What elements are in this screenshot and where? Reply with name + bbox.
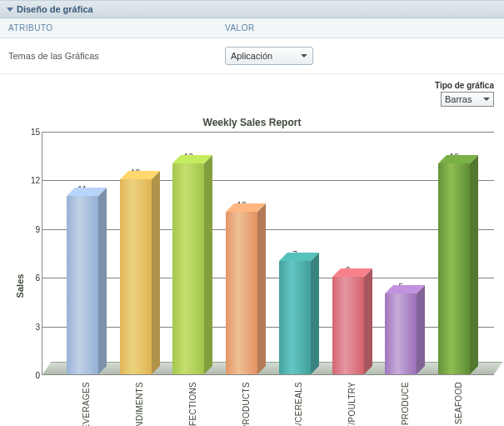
x-tick-label: SEAFOOD [454, 382, 463, 424]
bar-side [152, 171, 160, 374]
bar-side [204, 155, 212, 374]
column-header-row: ATRIBUTO VALOR [0, 18, 504, 38]
x-label-column: BEVERAGES [55, 377, 108, 426]
theme-label: Temas de las Gráficas [8, 51, 225, 61]
bar-side [470, 155, 478, 374]
bar-front [332, 277, 364, 374]
chart-type-select[interactable]: Barras [441, 92, 494, 107]
y-tick: 15 [25, 128, 40, 137]
x-tick-label: PRODUCE [401, 382, 410, 425]
chart-type-row: Tipo de gráfica Barras [0, 74, 504, 108]
x-label-column: PRODUCE [374, 377, 427, 426]
chart-area: Weekly Sales Report Sales 1112131076513 … [0, 117, 504, 426]
bar-side [417, 285, 425, 374]
bar-column: 13 [162, 132, 216, 374]
bar-side [364, 268, 372, 374]
col-value-header: VALOR [225, 23, 496, 33]
panel-title: Diseño de gráfica [17, 4, 93, 14]
x-label-column: MEAT/POULTRY [321, 377, 374, 426]
bar[interactable] [226, 212, 257, 374]
bar[interactable] [172, 163, 204, 374]
bar[interactable] [279, 261, 311, 374]
bar-side [257, 203, 266, 374]
bar-column: 6 [322, 132, 375, 374]
chart-type-value: Barras [445, 94, 472, 104]
chart-canvas: Sales 1112131076513 BEVERAGESCONDIMENTSC… [5, 132, 499, 426]
bar-front [385, 293, 417, 374]
design-panel: Diseño de gráfica ATRIBUTO VALOR Temas d… [0, 0, 504, 426]
bar-front [438, 163, 470, 374]
y-axis-label: Sales [15, 274, 25, 298]
x-label-column: CONDIMENTS [108, 377, 162, 426]
y-tick: 12 [25, 176, 40, 185]
bar[interactable] [67, 196, 98, 374]
panel-header[interactable]: Diseño de gráfica [0, 0, 504, 18]
x-label-column: CONFECTIONS [162, 377, 215, 426]
bar-column: 5 [375, 132, 428, 374]
x-label-column: SEAFOOD [427, 377, 481, 426]
x-label-column: RAINS/CEREALS [268, 377, 322, 426]
chart-type-label: Tipo de gráfica [435, 81, 494, 90]
chart-title: Weekly Sales Report [5, 117, 499, 128]
x-tick-label: MEAT/POULTRY [347, 382, 357, 426]
bar-column: 10 [215, 132, 268, 374]
chevron-down-icon [483, 98, 490, 101]
bars-container: 1112131076513 [42, 132, 494, 374]
bar[interactable] [332, 277, 364, 374]
bar[interactable] [438, 163, 470, 374]
bar[interactable] [120, 179, 152, 374]
chevron-down-icon [301, 54, 307, 58]
collapse-icon [7, 8, 13, 12]
bar-column: 11 [56, 132, 109, 374]
bar-column: 12 [109, 132, 162, 374]
y-tick: 3 [25, 322, 40, 331]
x-tick-label: RAINS/CEREALS [294, 382, 303, 426]
y-tick: 9 [25, 224, 40, 233]
bar-front [279, 261, 311, 374]
plot-area: 1112131076513 [42, 132, 494, 375]
theme-row: Temas de las Gráficas Aplicación [0, 38, 504, 74]
x-tick-label: CONFECTIONS [188, 382, 197, 426]
x-label-column: IRY PRODUCTS [215, 377, 268, 426]
bar-column: 7 [268, 132, 322, 374]
theme-select-value: Aplicación [231, 51, 272, 61]
bar-side [311, 253, 319, 374]
x-tick-label: BEVERAGES [82, 382, 91, 426]
x-tick-label: CONDIMENTS [135, 382, 144, 426]
theme-select[interactable]: Aplicación [225, 47, 313, 65]
y-tick: 0 [25, 371, 40, 380]
bar-front [120, 179, 152, 374]
bar[interactable] [385, 293, 417, 374]
x-tick-label: IRY PRODUCTS [242, 382, 251, 426]
bar-column: 13 [427, 132, 481, 374]
col-attribute-header: ATRIBUTO [8, 23, 225, 33]
bar-front [172, 163, 204, 374]
bar-front [67, 196, 98, 374]
x-axis-labels: BEVERAGESCONDIMENTSCONFECTIONSIRY PRODUC… [42, 377, 494, 426]
bar-front [226, 212, 257, 374]
y-tick: 6 [25, 273, 40, 283]
bar-side [98, 188, 107, 374]
